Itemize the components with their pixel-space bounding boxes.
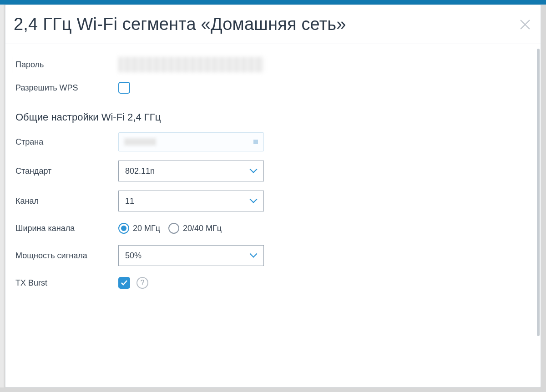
signal-power-row: Мощность сигнала 50% (14, 241, 532, 271)
password-label: Пароль (14, 60, 118, 70)
channel-width-label: Ширина канала (14, 224, 118, 233)
signal-power-select[interactable]: 50% (118, 245, 264, 266)
radio-20mhz-label: 20 МГц (133, 224, 160, 233)
standard-label: Стандарт (14, 166, 118, 176)
chevron-down-icon (251, 252, 257, 259)
section-title: Общие настройки Wi-Fi 2,4 ГГц (14, 99, 532, 128)
standard-value: 802.11n (125, 166, 155, 176)
tx-burst-row: TX Burst ? (14, 271, 532, 295)
chevron-down-icon (251, 168, 257, 174)
country-select[interactable] (118, 132, 264, 151)
channel-width-radio-group: 20 МГц 20/40 МГц (118, 223, 222, 234)
close-icon[interactable] (518, 17, 532, 32)
modal-header: 2,4 ГГц Wi-Fi сегмента «Домашняя сеть» (5, 5, 541, 44)
standard-row: Стандарт 802.11n (14, 156, 532, 186)
country-row: Страна (14, 128, 532, 156)
radio-dot-icon (118, 223, 129, 234)
password-input[interactable] (118, 57, 264, 72)
help-icon[interactable]: ? (136, 277, 148, 289)
background-strip (0, 5, 4, 387)
radio-2040mhz[interactable]: 20/40 МГц (168, 223, 222, 234)
chevron-down-icon (251, 198, 257, 204)
modal-body: Пароль Разрешить WPS Общие настройки Wi-… (5, 44, 541, 387)
app-topbar (0, 0, 546, 5)
channel-select[interactable]: 11 (118, 191, 264, 211)
channel-label: Канал (14, 196, 118, 206)
standard-select[interactable]: 802.11n (118, 161, 264, 181)
allow-wps-label: Разрешить WPS (14, 83, 118, 93)
wifi-settings-modal: 2,4 ГГц Wi-Fi сегмента «Домашняя сеть» П… (5, 5, 541, 387)
channel-width-row: Ширина канала 20 МГц 20/40 МГц (14, 216, 532, 241)
signal-power-label: Мощность сигнала (14, 251, 118, 261)
radio-20mhz[interactable]: 20 МГц (118, 223, 160, 234)
radio-2040mhz-label: 20/40 МГц (183, 224, 222, 233)
modal-title: 2,4 ГГц Wi-Fi сегмента «Домашняя сеть» (14, 15, 346, 34)
allow-wps-row: Разрешить WPS (14, 77, 532, 99)
tx-burst-label: TX Burst (14, 278, 118, 288)
allow-wps-checkbox[interactable] (118, 82, 130, 94)
signal-power-value: 50% (125, 251, 142, 261)
radio-dot-icon (168, 223, 179, 234)
channel-value: 11 (125, 196, 134, 206)
channel-row: Канал 11 (14, 186, 532, 216)
password-row: Пароль (14, 52, 532, 77)
country-label: Страна (14, 137, 118, 147)
scrollbar[interactable] (537, 49, 540, 336)
tx-burst-checkbox[interactable] (118, 277, 130, 289)
